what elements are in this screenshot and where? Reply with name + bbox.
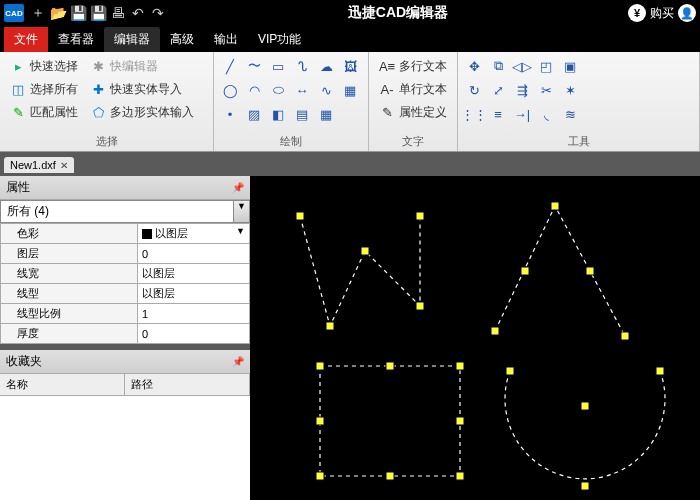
svg-rect-13	[456, 472, 464, 480]
doc-name: New1.dxf	[10, 159, 56, 171]
stext-icon: A-	[379, 82, 395, 98]
circle-icon[interactable]: ◯	[220, 80, 240, 100]
tab-advanced[interactable]: 高级	[160, 27, 204, 52]
move-icon[interactable]: ✥	[464, 56, 484, 76]
layer-icon[interactable]: ≋	[560, 104, 580, 124]
rotate-icon[interactable]: ↻	[464, 80, 484, 100]
close-icon[interactable]: ✕	[60, 160, 68, 171]
svg-rect-5	[491, 327, 499, 335]
drawing-canvas[interactable]	[250, 176, 700, 500]
prop-color-val[interactable]: 以图层 ▼	[137, 224, 249, 244]
hatch-icon[interactable]: ▨	[244, 104, 264, 124]
poly-entity-button[interactable]: ⬠多边形实体输入	[86, 102, 198, 123]
polyline-icon[interactable]: 〜	[244, 56, 264, 76]
explode-icon[interactable]: ✶	[560, 80, 580, 100]
tab-editor[interactable]: 编辑器	[104, 27, 160, 52]
select-all-button[interactable]: ◫选择所有	[6, 79, 82, 100]
buy-link[interactable]: 购买	[650, 5, 674, 22]
tool-c-icon[interactable]: ▤	[292, 104, 312, 124]
fillet-icon[interactable]: ◟	[536, 104, 556, 124]
fav-col-name[interactable]: 名称	[0, 374, 125, 395]
new-icon[interactable]: ＋	[28, 3, 48, 23]
svg-rect-18	[506, 367, 514, 375]
tab-vip[interactable]: VIP功能	[248, 27, 311, 52]
trim-icon[interactable]: ✂	[536, 80, 556, 100]
cloud-icon[interactable]: ☁	[316, 56, 336, 76]
block-icon[interactable]: ▣	[560, 56, 580, 76]
prop-panel-title: 属性	[6, 179, 30, 196]
ribbon: ▸快速选择 ◫选择所有 ✎匹配属性 ✱快编辑器 ✚快速实体导入 ⬠多边形实体输入…	[0, 52, 700, 152]
tool-icons: ✥ ⧉ ◁▷ ◰ ▣ ↻ ⤢ ⇶ ✂ ✶ ⋮⋮ ≡ →| ◟ ≋	[464, 56, 582, 132]
attrdef-button[interactable]: ✎属性定义	[375, 102, 451, 123]
chevron-down-icon[interactable]: ▼	[233, 201, 249, 222]
saveas-icon[interactable]: 💾	[88, 3, 108, 23]
stext-button[interactable]: A-单行文本	[375, 79, 451, 100]
plus-icon: ✚	[90, 82, 106, 98]
currency-icon[interactable]: ¥	[628, 4, 646, 22]
user-icon[interactable]: 👤	[678, 4, 696, 22]
mtext-icon: A≡	[379, 59, 395, 75]
arc-icon[interactable]: ◠	[244, 80, 264, 100]
zigzag-icon[interactable]: ᔐ	[292, 56, 312, 76]
svg-rect-20	[581, 482, 589, 490]
point-icon[interactable]: •	[220, 104, 240, 124]
svg-rect-2	[361, 247, 369, 255]
chevron-down-icon[interactable]: ▼	[236, 226, 245, 236]
offset-icon[interactable]: ⇶	[512, 80, 532, 100]
scale-icon[interactable]: ⤢	[488, 80, 508, 100]
shape-rect[interactable]	[320, 366, 460, 476]
table-icon[interactable]: ▦	[316, 104, 336, 124]
prop-th-val[interactable]: 0	[137, 324, 249, 344]
array-icon[interactable]: ⋮⋮	[464, 104, 484, 124]
align-icon[interactable]: ≡	[488, 104, 508, 124]
redo-icon[interactable]: ↷	[148, 3, 168, 23]
shape-triangle[interactable]	[495, 206, 625, 336]
image-icon[interactable]: 🖼	[340, 56, 360, 76]
undo-icon[interactable]: ↶	[128, 3, 148, 23]
prop-lt-val[interactable]: 以图层	[137, 284, 249, 304]
ellipse-icon[interactable]: ⬭	[268, 80, 288, 100]
open-icon[interactable]: 📂	[48, 3, 68, 23]
tab-output[interactable]: 输出	[204, 27, 248, 52]
prop-layer-val[interactable]: 0	[137, 244, 249, 264]
prop-th-key: 厚度	[1, 324, 138, 344]
mtext-button[interactable]: A≡多行文本	[375, 56, 451, 77]
dimension-icon[interactable]: ↔	[292, 80, 312, 100]
prop-ls-val[interactable]: 1	[137, 304, 249, 324]
shape-polyline[interactable]	[300, 216, 420, 326]
property-table: 色彩以图层 ▼ 图层0 线宽以图层 线型以图层 线型比例1 厚度0	[0, 223, 250, 344]
entity-import-button[interactable]: ✚快速实体导入	[86, 79, 198, 100]
save-icon[interactable]: 💾	[68, 3, 88, 23]
print-icon[interactable]: 🖶	[108, 3, 128, 23]
match-prop-button[interactable]: ✎匹配属性	[6, 102, 82, 123]
shape-arc[interactable]	[505, 371, 665, 479]
tool-a-icon[interactable]: ▦	[340, 80, 360, 100]
svg-rect-12	[316, 472, 324, 480]
line-icon[interactable]: ╱	[220, 56, 240, 76]
svg-rect-21	[581, 402, 589, 410]
extend-icon[interactable]: →|	[512, 104, 532, 124]
svg-rect-6	[551, 202, 559, 210]
rect-icon[interactable]: ▭	[268, 56, 288, 76]
spline-icon[interactable]: ∿	[316, 80, 336, 100]
fav-col-path[interactable]: 路径	[125, 374, 250, 395]
document-tab[interactable]: New1.dxf ✕	[4, 157, 74, 173]
prop-lw-val[interactable]: 以图层	[137, 264, 249, 284]
mirror-icon[interactable]: ◁▷	[512, 56, 532, 76]
prop-lt-key: 线型	[1, 284, 138, 304]
menu-tabs: 文件 查看器 编辑器 高级 输出 VIP功能	[0, 26, 700, 52]
svg-rect-14	[386, 362, 394, 370]
svg-rect-17	[456, 417, 464, 425]
tab-file[interactable]: 文件	[4, 27, 48, 52]
tool-b-icon[interactable]: ◧	[268, 104, 288, 124]
copy-icon[interactable]: ⧉	[488, 56, 508, 76]
pin-icon[interactable]: 📌	[232, 356, 244, 367]
pin-icon[interactable]: 📌	[232, 182, 244, 193]
group-tools-label: 工具	[464, 132, 693, 149]
quick-edit-button[interactable]: ✱快编辑器	[86, 56, 198, 77]
tab-viewer[interactable]: 查看器	[48, 27, 104, 52]
svg-rect-10	[316, 362, 324, 370]
filter-dropdown[interactable]: 所有 (4)▼	[0, 200, 250, 223]
quick-select-button[interactable]: ▸快速选择	[6, 56, 82, 77]
select-icon[interactable]: ◰	[536, 56, 556, 76]
